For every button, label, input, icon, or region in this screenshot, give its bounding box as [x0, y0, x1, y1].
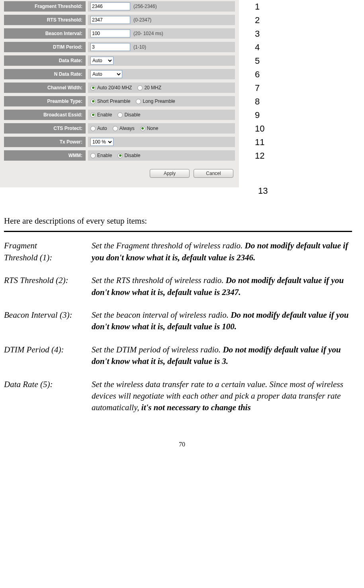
radio-label: Enable: [97, 112, 112, 118]
annotation-5: 5: [255, 56, 260, 66]
desc-row: Beacon Interval (3):Set the beacon inter…: [4, 309, 352, 333]
text-input[interactable]: [90, 29, 130, 37]
desc-label: DTIM Period (4):: [4, 344, 92, 368]
form-row-3: Beacon Interval:(20- 1024 ms): [4, 28, 235, 39]
row-label: Fragment Threshold:: [4, 1, 86, 12]
form-row-7: Channel Width:Auto 20/40 MHZ20 MHZ: [4, 82, 235, 93]
select-input[interactable]: Auto: [90, 57, 114, 65]
annotation-9: 9: [255, 110, 260, 120]
radio-icon: [137, 85, 143, 90]
radio-option[interactable]: Disable: [117, 153, 140, 158]
row-value: Auto: [88, 69, 235, 79]
divider: [4, 231, 352, 232]
row-value: (0-2347): [88, 15, 235, 25]
desc-row: Data Rate (5):Set the wireless data tran…: [4, 379, 352, 414]
radio-option[interactable]: Enable: [90, 112, 112, 118]
radio-option[interactable]: None: [140, 126, 159, 131]
select-input[interactable]: 100 %: [90, 138, 114, 146]
radio-option[interactable]: 20 MHZ: [137, 85, 161, 90]
select-input[interactable]: Auto: [90, 70, 122, 78]
desc-label: FragmentThreshold (1):: [4, 240, 92, 264]
row-value: 100 %: [88, 137, 235, 147]
annotation-4: 4: [255, 42, 260, 53]
radio-label: Disable: [124, 112, 140, 118]
row-value: (256-2346): [88, 1, 235, 12]
row-label: N Data Rate:: [4, 69, 86, 79]
annotation-12: 12: [255, 151, 264, 161]
row-label: RTS Threshold:: [4, 15, 86, 25]
settings-form: Fragment Threshold:(256-2346)RTS Thresho…: [0, 0, 239, 187]
form-row-10: CTS Protect:AutoAlwaysNone: [4, 123, 235, 134]
text-input[interactable]: [90, 16, 130, 24]
form-row-9: Broadcast Essid:EnableDisable: [4, 109, 235, 120]
radio-icon: [90, 126, 96, 131]
radio-label: Long Preamble: [143, 98, 175, 104]
form-row-2: RTS Threshold:(0-2347): [4, 14, 235, 26]
row-value: Auto: [88, 55, 235, 66]
desc-row: RTS Threshold (2):Set the RTS threshold …: [4, 275, 352, 298]
page-number: 70: [0, 425, 364, 452]
buttons-row: Apply Cancel: [4, 163, 235, 179]
annotation-6: 6: [255, 69, 260, 80]
radio-icon: [113, 126, 118, 131]
text-input[interactable]: [90, 2, 130, 10]
radio-option[interactable]: Auto: [90, 126, 107, 131]
row-label: Broadcast Essid:: [4, 110, 86, 120]
annotation-13: 13: [258, 186, 268, 196]
radio-icon: [136, 99, 141, 104]
radio-icon: [117, 153, 123, 158]
hint-text: (0-2347): [133, 17, 151, 23]
annotation-2: 2: [255, 15, 260, 26]
radio-label: Auto 20/40 MHZ: [97, 85, 132, 90]
annotation-1: 1: [255, 2, 260, 12]
radio-option[interactable]: Auto 20/40 MHZ: [90, 85, 132, 90]
row-label: Data Rate:: [4, 55, 86, 66]
annotation-8: 8: [255, 96, 260, 107]
desc-label: Beacon Interval (3):: [4, 309, 92, 333]
radio-label: Enable: [97, 153, 112, 158]
apply-button[interactable]: Apply: [150, 169, 190, 178]
row-value: (20- 1024 ms): [88, 28, 235, 39]
form-row-6: N Data Rate:Auto: [4, 69, 235, 80]
desc-label: RTS Threshold (2):: [4, 275, 92, 298]
radio-label: Short Preamble: [97, 98, 130, 104]
row-label: Beacon Interval:: [4, 28, 86, 39]
desc-text: Set the Fragment threshold of wireless r…: [92, 240, 352, 264]
row-value: Short PreambleLong Preamble: [88, 96, 235, 106]
radio-option[interactable]: Short Preamble: [90, 98, 130, 104]
hint-text: (256-2346): [133, 4, 157, 9]
radio-icon: [90, 112, 96, 118]
radio-option[interactable]: Always: [113, 126, 135, 131]
desc-text: Set the RTS threshold of wireless radio.…: [92, 275, 352, 298]
desc-text: Set the beacon interval of wireless radi…: [92, 309, 352, 333]
hint-text: (20- 1024 ms): [133, 31, 163, 36]
row-value: AutoAlwaysNone: [88, 123, 235, 134]
radio-icon: [117, 112, 123, 118]
form-row-12: WMM:EnableDisable: [4, 150, 235, 161]
cancel-button[interactable]: Cancel: [194, 169, 233, 178]
row-label: WMM:: [4, 150, 86, 161]
form-row-4: DTIM Period:(1-10): [4, 41, 235, 53]
desc-row: FragmentThreshold (1):Set the Fragment t…: [4, 240, 352, 264]
radio-label: Auto: [97, 126, 107, 131]
row-label: Channel Width:: [4, 83, 86, 93]
radio-icon: [90, 85, 96, 90]
row-value: (1-10): [88, 42, 235, 52]
form-row-11: Tx Power:100 %: [4, 136, 235, 147]
radio-option[interactable]: Enable: [90, 153, 112, 158]
radio-icon: [90, 153, 96, 158]
desc-text: Set the DTIM period of wireless radio. D…: [92, 344, 352, 368]
radio-option[interactable]: Long Preamble: [136, 98, 175, 104]
annotation-10: 10: [255, 124, 264, 134]
text-input[interactable]: [90, 43, 130, 51]
radio-icon: [140, 126, 145, 131]
radio-icon: [90, 99, 96, 104]
annotation-3: 3: [255, 29, 260, 39]
form-row-5: Data Rate:Auto: [4, 55, 235, 66]
radio-option[interactable]: Disable: [117, 112, 140, 118]
radio-label: Disable: [124, 153, 140, 158]
hint-text: (1-10): [133, 44, 146, 50]
form-row-1: Fragment Threshold:(256-2346): [4, 1, 235, 12]
row-value: Auto 20/40 MHZ20 MHZ: [88, 83, 235, 93]
row-label: DTIM Period:: [4, 42, 86, 52]
